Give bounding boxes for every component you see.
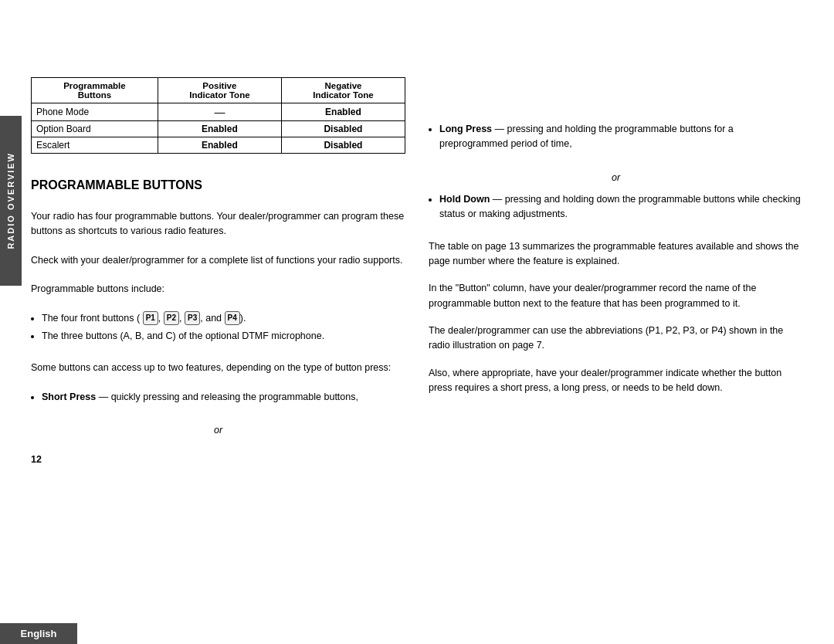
english-badge: English (0, 623, 77, 644)
table-header-col2: PositiveIndicator Tone (158, 78, 281, 103)
intro-paragraph-3: Programmable buttons include: (31, 282, 405, 297)
table-cell: Enabled (281, 103, 405, 121)
table-cell: Disabled (281, 137, 405, 154)
p1-icon: P1 (143, 311, 158, 325)
right-para-2: In the "Button" column, have your dealer… (429, 281, 803, 311)
hold-down-item: Hold Down — pressing and holding down th… (439, 192, 803, 222)
right-bullets-2: Hold Down — pressing and holding down th… (439, 192, 803, 229)
intro-paragraph-2: Check with your dealer/programmer for a … (31, 253, 405, 268)
buttons-bullet-list: The four front buttons ( P1, P2, P3, and… (42, 311, 405, 347)
p2-icon: P2 (164, 311, 179, 325)
right-para-3: The dealer/programmer can use the abbrev… (429, 324, 803, 354)
intro-paragraph-1: Your radio has four programmable buttons… (31, 209, 405, 239)
p3-icon: P3 (185, 311, 200, 325)
indicator-table: ProgrammableButtons PositiveIndicator To… (31, 77, 405, 154)
section-title: PROGRAMMABLE BUTTONS (31, 178, 405, 192)
table-cell: Disabled (281, 121, 405, 137)
long-press-label: Long Press (439, 124, 492, 134)
short-press-item: Short Press — quickly pressing and relea… (42, 390, 405, 405)
table-cell: — (158, 103, 281, 121)
table-row: Option Board Enabled Disabled (32, 121, 405, 137)
table-cell: Enabled (158, 121, 281, 137)
short-press-label: Short Press (42, 391, 96, 402)
table-cell: Phone Mode (32, 103, 158, 121)
right-column: Long Press — pressing and holding the pr… (429, 77, 803, 582)
table-cell: Escalert (32, 137, 158, 154)
or-text-right: or (429, 172, 803, 183)
table-row: Phone Mode — Enabled (32, 103, 405, 121)
right-para-1: The table on page 13 summarizes the prog… (429, 239, 803, 269)
english-label: English (21, 628, 57, 639)
hold-down-label: Hold Down (439, 194, 490, 205)
table-row: Escalert Enabled Disabled (32, 137, 405, 154)
some-buttons-paragraph: Some buttons can access up to two featur… (31, 361, 405, 375)
main-content: ProgrammableButtons PositiveIndicator To… (31, 77, 803, 582)
right-bullets: Long Press — pressing and holding the pr… (439, 122, 803, 158)
hold-down-text: — pressing and holding down the programm… (439, 194, 801, 219)
table-cell: Option Board (32, 121, 158, 137)
or-text-left: or (31, 425, 405, 436)
side-tab-label: Radio Overview (6, 152, 15, 249)
list-item: The three buttons (A, B, and C) of the o… (42, 329, 405, 344)
table-cell: Enabled (158, 137, 281, 154)
press-types-list: Short Press — quickly pressing and relea… (42, 390, 405, 408)
table-header-col1: ProgrammableButtons (32, 78, 158, 103)
right-para-4: Also, where appropriate, have your deale… (429, 366, 803, 396)
list-item: The four front buttons ( P1, P2, P3, and… (42, 311, 405, 326)
side-tab: Radio Overview (0, 116, 22, 286)
left-column: ProgrammableButtons PositiveIndicator To… (31, 77, 405, 582)
short-press-text: — quickly pressing and releasing the pro… (99, 391, 358, 402)
table-header-col3: NegativeIndicator Tone (281, 78, 405, 103)
page-number: 12 (31, 454, 405, 465)
long-press-item: Long Press — pressing and holding the pr… (439, 122, 803, 152)
p4-icon: P4 (225, 311, 240, 325)
